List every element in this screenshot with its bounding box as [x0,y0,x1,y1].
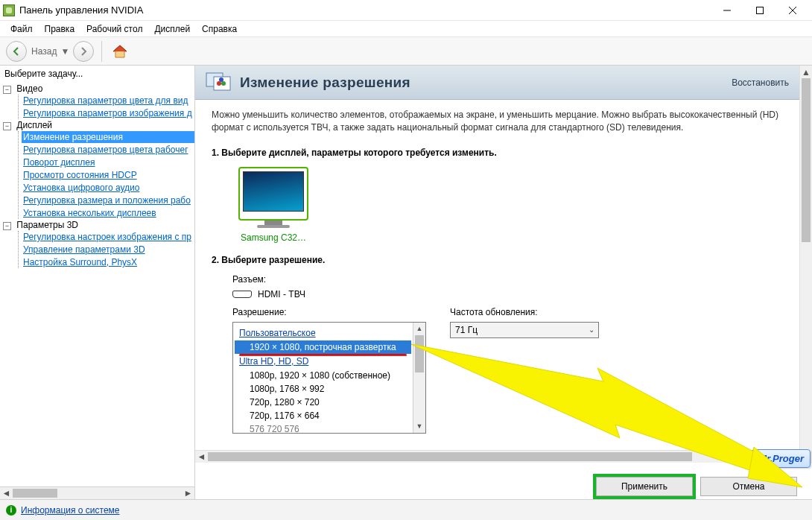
scroll-thumb[interactable] [208,452,692,461]
scroll-track[interactable] [413,372,425,420]
back-button[interactable] [6,41,27,62]
connector-label: Разъем: [232,274,783,285]
scroll-up-button[interactable]: ▲ [800,66,812,78]
tree-item-change-resolution[interactable]: Изменение разрешения [22,131,194,143]
info-icon: i [6,505,16,516]
close-button[interactable] [776,0,809,21]
restore-defaults-link[interactable]: Восстановить [732,77,789,88]
step2-title: 2. Выберите разрешение. [212,255,783,265]
back-dropdown[interactable]: ▼ [61,48,69,55]
tree-item[interactable]: Поворот дисплея [22,156,194,168]
listbox-item-selected[interactable]: 1920 × 1080, построчная развертка [235,340,411,354]
content-horizontal-scrollbar[interactable]: ◄ ► [195,450,812,463]
menu-desktop[interactable]: Рабочий стол [80,22,148,36]
arrow-left-icon [11,46,22,57]
task-tree[interactable]: − Видео Регулировка параметров цвета для… [0,82,194,486]
tree-category-label[interactable]: Дисплей [16,120,52,130]
scroll-down-button[interactable]: ▼ [413,420,425,433]
svg-rect-1 [757,7,764,13]
listbox-item[interactable]: 720p, 1280 × 720 [235,396,411,409]
menu-help[interactable]: Справка [196,22,243,36]
sidebar-prompt: Выберите задачу... [0,66,194,82]
page-description: Можно уменьшить количество элементов, от… [212,109,783,134]
tree-toggle[interactable]: − [3,222,11,230]
menu-display[interactable]: Дисплей [148,22,196,36]
svg-point-7 [221,81,226,86]
window-title: Панель управления NVIDIA [19,4,711,16]
scroll-thumb[interactable] [802,78,811,242]
refresh-rate-dropdown[interactable]: 71 Гц ⌄ [450,322,599,338]
display-label: Samsung C32… [232,232,314,243]
tree-item[interactable]: Регулировка размера и положения рабо [22,194,194,206]
tree-category-label[interactable]: Параметры 3D [16,220,78,230]
resolution-label: Разрешение: [232,307,426,317]
maximize-button[interactable] [743,0,776,21]
display-tile[interactable]: Samsung C32… [232,167,314,243]
page-title: Изменение разрешения [240,74,732,91]
watermark-badge: Mr.Proger [752,449,811,468]
menu-file[interactable]: Файл [4,22,39,36]
status-bar: i Информация о системе [0,499,812,520]
tree-toggle[interactable]: − [3,86,11,94]
tree-item[interactable]: Регулировка параметров цвета рабочег [22,144,194,156]
tree-item[interactable]: Регулировка параметров изображения д [22,107,194,119]
tree-item[interactable]: Управление параметрами 3D [22,244,194,256]
scroll-thumb[interactable] [415,335,424,372]
listbox-item[interactable]: 1080p, 1768 × 992 [235,382,411,396]
listbox-scrollbar[interactable]: ▲ ▼ [413,323,425,433]
annotation-underline [239,354,407,356]
arrow-right-icon [78,46,89,57]
listbox-item[interactable]: 576 720 576 [235,422,411,433]
monitor-icon [238,167,308,221]
menu-edit[interactable]: Правка [39,22,81,36]
nvidia-app-icon [3,4,15,16]
tree-category-label[interactable]: Видео [16,83,42,94]
scroll-track[interactable] [800,242,812,451]
scroll-track[interactable] [57,487,182,499]
tree-toggle[interactable]: − [3,122,11,130]
toolbar: Назад ▼ [0,37,812,66]
forward-button[interactable] [73,41,94,62]
toolbar-separator [101,41,102,62]
tree-item[interactable]: Установка цифрового аудио [22,182,194,194]
content-pane: Изменение разрешения Восстановить Можно … [195,66,812,499]
chevron-down-icon: ⌄ [585,326,598,334]
hdmi-icon [232,291,252,298]
listbox-group: Пользовательское [235,326,411,340]
refresh-label: Частота обновления: [450,307,599,317]
refresh-rate-value: 71 Гц [451,325,585,335]
back-label: Назад [31,46,57,57]
scroll-thumb[interactable] [13,489,57,498]
tree-item[interactable]: Регулировка настроек изображения с пр [22,231,194,243]
step1-title: 1. Выберите дисплей, параметры которого … [212,148,783,158]
system-info-link[interactable]: Информация о системе [21,505,119,516]
tree-item[interactable]: Регулировка параметров цвета для вид [22,95,194,107]
resolution-listbox[interactable]: Пользовательское 1920 × 1080, построчная… [232,322,426,434]
home-icon [111,42,129,60]
menu-bar: Файл Правка Рабочий стол Дисплей Справка [0,21,812,37]
sidebar: Выберите задачу... − Видео Регулировка п… [0,66,195,499]
listbox-group: Ultra HD, HD, SD [235,354,411,369]
minimize-button[interactable] [711,0,743,21]
sidebar-horizontal-scrollbar[interactable]: ◄ ► [0,486,194,499]
connector-value: HDMI - ТВЧ [258,289,305,299]
title-bar: Панель управления NVIDIA [0,0,812,21]
scroll-left-button[interactable]: ◄ [0,487,13,499]
scroll-up-button[interactable]: ▲ [413,323,425,335]
apply-button[interactable]: Применить [596,477,693,496]
listbox-item[interactable]: 1080p, 1920 × 1080 (собственное) [235,369,411,382]
content-vertical-scrollbar[interactable]: ▲ ▼ [799,66,812,463]
listbox-item[interactable]: 720p, 1176 × 664 [235,409,411,422]
scroll-left-button[interactable]: ◄ [195,451,208,463]
tree-item[interactable]: Просмотр состояния HDCP [22,169,194,181]
home-button[interactable] [110,41,130,62]
page-header: Изменение разрешения Восстановить [195,66,799,100]
tree-item[interactable]: Настройка Surround, PhysX [22,256,194,268]
cancel-button[interactable]: Отмена [700,477,797,496]
resolution-icon [206,71,232,95]
scroll-right-button[interactable]: ► [182,487,194,499]
tree-item[interactable]: Установка нескольких дисплеев [22,207,194,219]
svg-point-8 [219,77,223,82]
svg-point-6 [217,81,221,86]
